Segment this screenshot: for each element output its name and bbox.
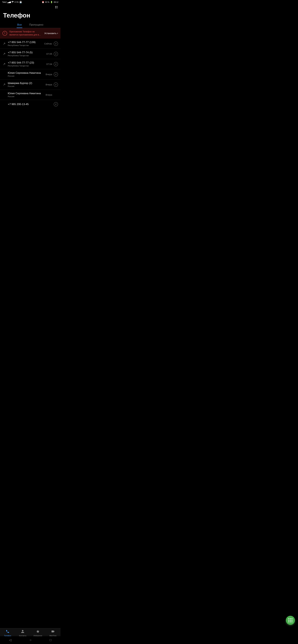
call-item[interactable]: Юлия Сергеевна Никитина Россия Вчера i xyxy=(0,69,61,80)
wifi-icon xyxy=(12,1,14,3)
status-left: Tele2 ▂▄▆ 21 B/s 💾 xyxy=(2,1,22,3)
call-info: +7 965 200-13-45 xyxy=(8,103,52,106)
signal-icon: ▂▄▆ xyxy=(7,1,11,3)
tabs-container: Все Пропущено xyxy=(0,22,61,28)
outgoing-call-icon xyxy=(3,62,6,66)
more-dots-icon xyxy=(55,6,57,8)
outgoing-call-icon xyxy=(3,52,6,56)
call-info-button[interactable]: i xyxy=(54,82,58,87)
warning-icon: ! xyxy=(3,31,7,36)
call-info: +7 855 544-77-77 (139) Республика Татарс… xyxy=(8,41,42,46)
call-meta: Вчера i xyxy=(46,72,58,76)
chevron-right-icon: › xyxy=(57,32,58,35)
warning-text: Приложение Телефон не является приложени… xyxy=(9,30,42,36)
call-meta: Сейчас i xyxy=(44,42,58,46)
call-item[interactable]: +7 855 544-77-74 (5) Республика Татарста… xyxy=(0,49,61,59)
storage-icon: 💾 xyxy=(19,1,22,3)
call-info: +7 855 544-77-77 (23) Республика Татарст… xyxy=(8,61,44,67)
outgoing-call-icon xyxy=(3,83,6,86)
call-info-button[interactable]: i xyxy=(54,52,58,56)
call-name: Шаверма Бургер (2) xyxy=(8,82,44,85)
call-time: Вчера xyxy=(46,83,52,86)
call-name: +7 855 544-77-77 (23) xyxy=(8,61,44,64)
outgoing-call-icon xyxy=(3,42,6,45)
call-name: +7 855 544-77-74 (5) xyxy=(8,51,44,54)
call-meta: 07:05 i xyxy=(46,52,58,56)
clock-label: 08:12 xyxy=(54,1,58,3)
tab-missed[interactable]: Пропущено xyxy=(29,22,44,28)
speed-label: 21 B/s xyxy=(14,1,19,3)
call-info-button[interactable]: i xyxy=(54,62,58,66)
warning-banner[interactable]: ! Приложение Телефон не является приложе… xyxy=(0,28,61,38)
call-time: Вчера xyxy=(46,94,52,96)
call-location: Республика Татарстан xyxy=(8,64,44,67)
battery-label: 83 % xyxy=(45,1,49,3)
status-bar: Tele2 ▂▄▆ 21 B/s 💾 ⏰ 83 % 🔋 08:12 xyxy=(0,0,61,4)
call-location: Россия xyxy=(8,85,44,88)
call-meta: Вчера i xyxy=(46,82,58,87)
call-meta: i xyxy=(54,102,58,106)
call-time: Вчера xyxy=(46,73,52,76)
header xyxy=(0,4,61,10)
call-time: 07:04 xyxy=(46,63,52,66)
call-name: Юлия Сергеевна Никитина xyxy=(8,92,44,95)
warning-action-button[interactable]: Установить › xyxy=(44,32,58,35)
call-item[interactable]: +7 855 544-77-77 (139) Республика Татарс… xyxy=(0,38,61,49)
alarm-icon: ⏰ xyxy=(42,1,44,3)
tab-all[interactable]: Все xyxy=(17,22,22,28)
call-name: Юлия Сергеевна Никитина xyxy=(8,72,44,74)
status-right: ⏰ 83 % 🔋 08:12 xyxy=(42,1,58,3)
call-meta: 07:04 i xyxy=(46,62,58,66)
call-time: Сейчас xyxy=(44,42,52,45)
call-info-button[interactable]: i xyxy=(54,72,58,76)
call-item[interactable]: +7 965 200-13-45 i xyxy=(0,100,61,108)
call-info: Юлия Сергеевна Никитина Россия xyxy=(8,72,44,77)
call-info-button[interactable]: i xyxy=(54,102,58,106)
call-name: +7 855 544-77-77 (139) xyxy=(8,41,42,44)
call-info: Юлия Сергеевна Никитина Россия xyxy=(8,92,44,98)
call-list: +7 855 544-77-77 (139) Республика Татарс… xyxy=(0,38,61,108)
warning-action-label: Установить xyxy=(44,32,57,34)
call-name: +7 965 200-13-45 xyxy=(8,103,52,106)
battery-icon: 🔋 xyxy=(50,1,53,3)
call-item[interactable]: Шаверма Бургер (2) Россия Вчера i xyxy=(0,80,61,90)
call-location: Республика Татарстан xyxy=(8,44,42,46)
call-info: Шаверма Бургер (2) Россия xyxy=(8,82,44,88)
call-location: Россия xyxy=(8,95,44,98)
call-info: +7 855 544-77-74 (5) Республика Татарста… xyxy=(8,51,44,57)
call-info-button[interactable]: i xyxy=(54,42,58,46)
call-location: Россия xyxy=(8,75,44,77)
more-options-button[interactable] xyxy=(55,6,58,9)
call-item[interactable]: +7 855 544-77-77 (23) Республика Татарст… xyxy=(0,59,61,69)
call-item[interactable]: Юлия Сергеевна Никитина Россия Вчера i xyxy=(0,90,61,100)
page-title: Телефон xyxy=(0,10,61,22)
call-meta: Вчера i xyxy=(46,93,58,97)
call-location: Республика Татарстан xyxy=(8,54,44,57)
call-time: 07:05 xyxy=(46,52,52,55)
carrier-label: Tele2 xyxy=(2,1,7,3)
